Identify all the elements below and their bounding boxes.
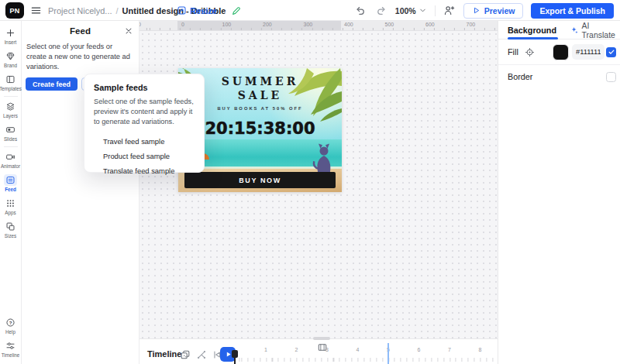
timeline-label: Timeline: [147, 349, 181, 359]
sidebar-item-slides[interactable]: Slides: [0, 122, 22, 145]
tab-ai-translate[interactable]: AI Translate: [570, 21, 620, 39]
plus-icon: [4, 27, 17, 39]
invite-user-icon[interactable]: [443, 5, 456, 17]
feed-panel-description: Select one of your feeds or create a new…: [22, 41, 139, 71]
border-row: Border: [498, 65, 620, 88]
app-window: PN Project Nicelyd... / Untitled design …: [0, 0, 620, 364]
sample-feed-item-travel[interactable]: Travel feed sample: [94, 134, 195, 149]
popup-description: Select one of the sample feeds, preview …: [94, 97, 195, 127]
timeline-duration-marker[interactable]: [388, 343, 389, 364]
zoom-control[interactable]: 100%: [395, 6, 427, 15]
timeline-tick-label: 4: [356, 347, 360, 352]
top-bar: PN Project Nicelyd... / Untitled design …: [0, 0, 620, 21]
split-icon[interactable]: [196, 349, 208, 361]
template-icon: [4, 74, 17, 85]
ruler-label: 500: [385, 22, 394, 27]
resize-icon: [177, 5, 187, 15]
sidebar-item-layers[interactable]: Layers: [0, 98, 22, 122]
timeline-ruler-ticks: [238, 358, 498, 362]
resize-button[interactable]: Resize: [177, 4, 217, 17]
sidebar-item-animator[interactable]: Animator: [0, 149, 22, 172]
sidebar-item-label: Brand: [4, 63, 17, 68]
sample-feed-item-translate[interactable]: Translate feed sample: [94, 163, 195, 178]
sidebar-item-help[interactable]: ? Help: [0, 314, 22, 338]
preview-label: Preview: [484, 6, 515, 15]
create-feed-button[interactable]: Create feed: [26, 77, 78, 91]
play-icon: [224, 350, 232, 359]
video-icon: [4, 151, 17, 163]
canvas-area[interactable]: 0 0 100 200 300 400 500 600 700: [140, 21, 498, 364]
left-sidebar: Insert Brand Templates Layers Slides Ani…: [0, 21, 22, 364]
color-picker-icon[interactable]: [525, 47, 535, 57]
topbar-divider: [435, 5, 436, 16]
ruler-label: 300: [304, 22, 313, 27]
ruler-label: 100: [222, 22, 232, 27]
breadcrumb-project[interactable]: Project Nicelyd...: [48, 6, 112, 15]
edit-title-icon[interactable]: [231, 5, 242, 16]
grid-icon: [4, 197, 17, 209]
feed-panel-title: Feed: [70, 26, 91, 36]
properties-tabs: Background AI Translate: [498, 21, 620, 39]
breadcrumb-separator: /: [116, 6, 119, 15]
svg-text:?: ?: [9, 320, 12, 325]
timeline-tick-label: 7: [448, 347, 451, 352]
ruler-label: 700: [467, 22, 476, 27]
duplicate-icon[interactable]: [180, 349, 191, 361]
timeline-drag-handle[interactable]: [313, 337, 330, 340]
ruler-label: 600: [425, 22, 435, 27]
sample-feed-list: Travel feed sample Product feed sample T…: [94, 134, 195, 178]
ruler-label: 200: [263, 22, 272, 27]
ruler-ticks: [140, 28, 498, 30]
slides-icon: [4, 124, 17, 136]
sidebar-item-label: Apps: [5, 210, 16, 215]
sidebar-item-sizes[interactable]: Sizes: [0, 218, 22, 242]
sidebar-item-brand[interactable]: Brand: [0, 48, 22, 71]
fill-hex-input[interactable]: [572, 44, 604, 60]
sample-feed-item-product[interactable]: Product feed sample: [94, 149, 195, 163]
border-checkbox[interactable]: [606, 72, 616, 82]
close-icon[interactable]: [124, 26, 133, 36]
properties-panel: Background AI Translate Fill Border: [498, 21, 620, 364]
export-label: Export & Publish: [539, 6, 605, 15]
gem-icon: [4, 50, 17, 62]
sidebar-item-insert[interactable]: Insert: [0, 25, 22, 48]
play-icon: [472, 6, 480, 15]
preview-button[interactable]: Preview: [463, 3, 524, 19]
sizes-icon: [4, 221, 17, 232]
timeline-tick-label: 2: [295, 347, 298, 352]
question-icon: ?: [4, 317, 17, 328]
buy-now-button[interactable]: BUY NOW: [184, 172, 336, 188]
topbar-actions: 100% Preview Export & Publish: [355, 0, 614, 21]
app-logo[interactable]: PN: [5, 2, 24, 19]
resize-label: Resize: [190, 6, 217, 15]
feed-icon: [4, 174, 17, 186]
redo-icon[interactable]: [375, 5, 388, 17]
timeline-tick-label: 6: [418, 347, 421, 352]
menu-icon[interactable]: [30, 5, 42, 16]
undo-icon[interactable]: [355, 5, 367, 17]
border-label: Border: [508, 72, 532, 81]
sidebar-item-label: Slides: [4, 136, 17, 142]
sidebar-item-templates[interactable]: Templates: [0, 71, 22, 94]
feed-panel-header: Feed: [22, 21, 139, 41]
fill-checkbox[interactable]: [606, 47, 616, 57]
export-publish-button[interactable]: Export & Publish: [531, 3, 614, 19]
sidebar-item-apps[interactable]: Apps: [0, 195, 22, 218]
fill-row: Fill: [498, 39, 620, 65]
ruler-label: 0: [140, 22, 141, 27]
tab-background[interactable]: Background: [508, 21, 556, 39]
timeline-bar: Timeline 1 2 3 4 5 6 7 8: [140, 338, 498, 364]
ruler-label: 0: [181, 22, 184, 27]
sidebar-item-feed[interactable]: Feed: [0, 172, 22, 195]
timeline-tick-label: 3: [326, 347, 329, 352]
sidebar-item-timeline[interactable]: Timeline: [0, 338, 22, 364]
sidebar-item-label: Help: [5, 329, 16, 335]
timeline-playhead[interactable]: [232, 350, 238, 358]
horizontal-ruler: 0 0 100 200 300 400 500 600 700: [140, 21, 498, 31]
timeline-tick-label: 1: [264, 347, 267, 352]
sidebar-item-label: Layers: [3, 113, 18, 118]
sample-feeds-popup: Sample feeds Select one of the sample fe…: [84, 74, 205, 173]
timeline-tick-label: 8: [479, 347, 482, 352]
layers-icon: [4, 101, 17, 112]
fill-color-swatch[interactable]: [553, 44, 569, 60]
